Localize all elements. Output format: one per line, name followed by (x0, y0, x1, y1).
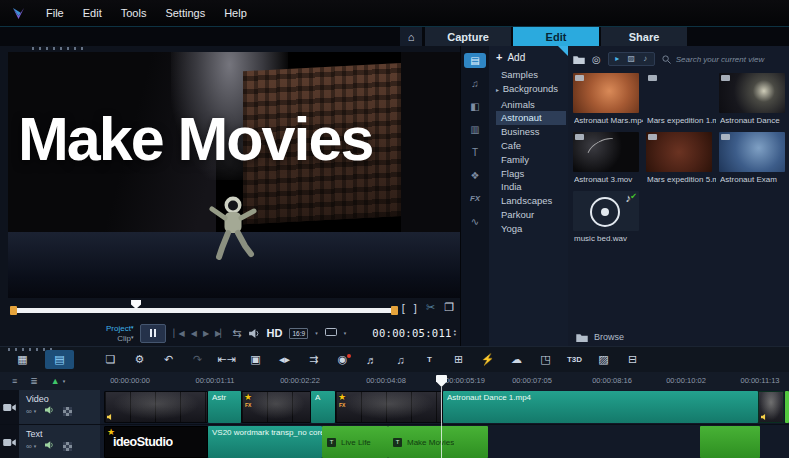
fit-project-button[interactable]: ⇤⇥ (212, 353, 241, 366)
go-to-end-button[interactable]: ▶▏ (215, 329, 225, 338)
multicam-grid-button[interactable]: ⊞ (444, 353, 473, 366)
folder-cafe[interactable]: Cafe (496, 139, 568, 153)
panel-drag-handle[interactable] (32, 47, 88, 50)
sound-mixer-button[interactable]: ♬ (357, 354, 386, 366)
tab-capture[interactable]: Capture (425, 27, 511, 47)
title-clip[interactable]: ★ ideoStudio (104, 426, 208, 458)
track-list-icon[interactable]: ≣ (30, 376, 38, 386)
split-by-scene-button[interactable]: ▨ (589, 353, 618, 366)
home-icon[interactable]: ⌂ (400, 27, 422, 47)
multicam-editor-button[interactable]: ⊟ (618, 353, 647, 366)
browse-button[interactable]: Browse (576, 332, 624, 342)
video-clip[interactable]: Astronaut Dance 1.mp4 (443, 391, 758, 423)
tools-button[interactable]: ⚙ (125, 353, 154, 366)
media-item[interactable]: Mars expedition 5.mp4 (646, 132, 716, 188)
pause-button[interactable] (140, 324, 166, 343)
clip-mode-toggle[interactable]: Clip▾ (117, 333, 133, 343)
menu-help[interactable]: Help (224, 7, 247, 19)
media-library-icon[interactable]: ▤ (464, 53, 486, 68)
playhead-marker[interactable] (436, 375, 447, 387)
video-thumbnail[interactable] (573, 132, 639, 172)
video-clip-end-thumbnail[interactable] (758, 391, 784, 423)
aspect-caret-icon[interactable]: ▾ (315, 330, 318, 336)
timeline-ruler[interactable]: 00:00:00:00 00:00:01:11 00:00:02:22 00:0… (100, 372, 789, 390)
aspect-ratio-button[interactable]: 16:9 (289, 328, 308, 339)
trim-end-handle[interactable] (391, 306, 398, 315)
menu-edit[interactable]: Edit (83, 7, 102, 19)
split-clip-button[interactable]: ✂ (426, 301, 435, 314)
folder-family[interactable]: Family (496, 153, 568, 167)
filter-audio-icon[interactable]: ♪ (639, 53, 652, 65)
video-clip[interactable]: Astr (208, 391, 241, 423)
transitions-icon[interactable]: ◧ (464, 99, 486, 114)
video-thumbnail[interactable] (719, 73, 785, 113)
title-clip[interactable]: T Live Life (322, 426, 388, 458)
media-item[interactable]: Astronaut Exam (719, 132, 789, 188)
motion-path-icon[interactable]: ∿ (464, 214, 486, 229)
tab-edit[interactable]: Edit (513, 27, 599, 47)
split-clip-button[interactable]: ◂▸ (270, 353, 299, 366)
redo-button[interactable]: ↷ (183, 353, 212, 366)
title-presets-icon[interactable]: ▥ (464, 122, 486, 137)
media-item[interactable]: Mars expedition 1.mp4 (646, 73, 716, 129)
menu-tools[interactable]: Tools (121, 7, 147, 19)
link-icon[interactable]: ∞ (26, 442, 32, 451)
track-mute-icon[interactable] (45, 406, 54, 416)
add-track-icon[interactable]: ▲ (51, 376, 60, 386)
mask-creator-button[interactable]: ◳ (531, 353, 560, 366)
link-icon[interactable]: ∞ (26, 407, 32, 416)
repeat-button[interactable]: ⇆ (232, 327, 241, 340)
go-to-start-button[interactable]: ▏◀ (173, 329, 183, 338)
video-clip[interactable] (104, 391, 208, 423)
motion-tracking-button[interactable]: ⚡ (473, 353, 502, 366)
link-caret-icon[interactable]: ▾ (34, 443, 37, 449)
scrubber-playhead[interactable] (131, 300, 141, 309)
video-clip[interactable]: ★ FX (335, 391, 443, 423)
import-media-icon[interactable] (573, 55, 585, 64)
auto-music-button[interactable]: ♫ (386, 354, 415, 366)
text-track-body[interactable]: ★ ideoStudio VS20 wordmark transp_no cor… (100, 425, 789, 458)
folder-parkour[interactable]: Parkour (496, 208, 568, 222)
3d-title-editor-button[interactable]: T3D (560, 355, 589, 364)
media-item[interactable]: Astronaut Mars.mp4 (573, 73, 643, 129)
volume-icon[interactable] (249, 329, 260, 338)
video-clip[interactable]: A (311, 391, 335, 423)
video-thumbnail[interactable] (646, 73, 712, 113)
folder-backgrounds[interactable]: ▸ Backgrounds (496, 82, 568, 98)
track-transparency-icon[interactable] (63, 407, 72, 416)
folder-india[interactable]: India (496, 180, 568, 194)
next-frame-button[interactable]: ▶ (203, 329, 208, 338)
hd-quality-label[interactable]: HD (267, 327, 283, 339)
display-caret-icon[interactable]: ▾ (344, 330, 347, 336)
title-icon[interactable]: T (464, 145, 486, 160)
video-camera-icon[interactable] (0, 390, 19, 424)
instant-project-icon[interactable]: ♫ (464, 76, 486, 91)
project-mode-toggle[interactable]: Project▾ (106, 323, 133, 333)
menu-settings[interactable]: Settings (165, 7, 205, 19)
track-mute-icon[interactable] (45, 441, 54, 451)
timeline-view-button[interactable]: ▤ (45, 350, 74, 369)
trim-bar[interactable] (12, 308, 396, 313)
filter-video-icon[interactable]: ▸ (611, 53, 624, 65)
filters-icon[interactable]: FX (464, 191, 486, 206)
video-thumbnail[interactable] (646, 132, 712, 172)
menu-file[interactable]: File (46, 7, 64, 19)
graphics-icon[interactable]: ❖ (464, 168, 486, 183)
enlarge-preview-button[interactable]: ❐ (444, 301, 454, 314)
audio-thumbnail[interactable]: ♪ ✔ (573, 191, 639, 231)
subtitle-editor-button[interactable]: ☁ (502, 353, 531, 366)
title-clip[interactable] (700, 426, 760, 458)
ripple-edit-button[interactable]: ⇉ (299, 353, 328, 366)
media-item[interactable]: ♪ ✔ music bed.wav (573, 191, 643, 247)
media-wheel-button[interactable]: ◉ (328, 353, 357, 366)
title-clip[interactable]: VS20 wordmark transp_no corel (208, 426, 322, 458)
link-caret-icon[interactable]: ▾ (34, 408, 37, 414)
text-track-camera-icon[interactable] (0, 425, 19, 458)
title-clip[interactable]: T Make Movies (388, 426, 488, 458)
folder-landscapes[interactable]: Landscapes (496, 194, 568, 208)
mark-out-button[interactable]: ] (414, 302, 417, 314)
video-thumbnail[interactable] (719, 132, 785, 172)
video-clip[interactable] (785, 391, 789, 423)
folder-yoga[interactable]: Yoga (496, 222, 568, 236)
undo-button[interactable]: ↶ (154, 353, 183, 366)
